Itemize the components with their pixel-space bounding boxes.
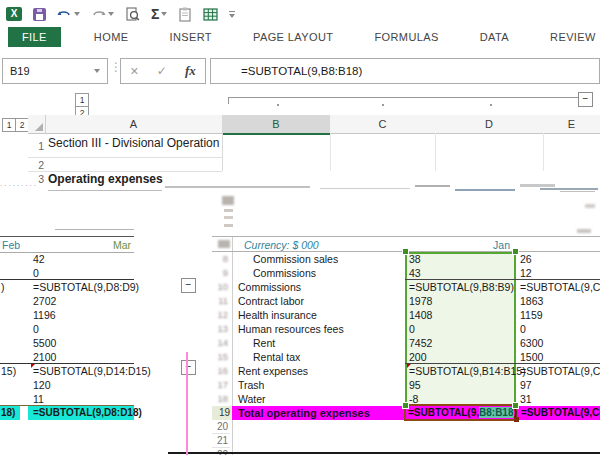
- excel-logo-icon[interactable]: X: [6, 7, 22, 21]
- column-header-c[interactable]: C: [330, 115, 436, 134]
- cell-c13[interactable]: 0: [520, 323, 600, 335]
- customize-qat-icon[interactable]: [229, 11, 235, 18]
- left-pane-cell[interactable]: 2100: [33, 351, 56, 363]
- tab-home[interactable]: HOME: [86, 27, 137, 47]
- clipboard-icon[interactable]: [178, 7, 192, 22]
- cell-b19-editing[interactable]: =SUBTOTAL(9,B8:B18): [404, 404, 517, 421]
- cell-b11[interactable]: 1978: [409, 295, 432, 307]
- left-pane-cell[interactable]: 42: [33, 253, 45, 265]
- left-pane-frag[interactable]: ): [1, 281, 5, 293]
- left-pane-frag[interactable]: 15): [1, 365, 16, 377]
- tab-page-layout[interactable]: PAGE LAYOUT: [245, 27, 341, 47]
- row-label[interactable]: Health insurance: [238, 309, 317, 321]
- left-pane-cell[interactable]: =SUBTOTAL(9,D8:D18): [33, 407, 142, 418]
- blur-artifact: .........: [0, 179, 38, 188]
- row-header-20[interactable]: 20: [212, 420, 230, 434]
- redo-icon[interactable]: [91, 8, 114, 21]
- enter-icon[interactable]: ✓: [157, 64, 167, 78]
- column-header-a[interactable]: A: [45, 115, 223, 134]
- cell-c16[interactable]: =SUBTOTAL(9,C14:C15): [520, 365, 600, 377]
- cell-c12[interactable]: 1159: [520, 309, 600, 321]
- cell-c19[interactable]: =SUBTOTAL(9,C8:C1: [521, 407, 600, 418]
- autosum-icon[interactable]: Σ: [151, 6, 167, 22]
- cell-c8[interactable]: 26: [520, 253, 600, 265]
- left-pane-cell[interactable]: 0: [33, 267, 39, 279]
- cell-b9[interactable]: 43: [409, 267, 421, 279]
- select-all-corner[interactable]: [28, 115, 46, 134]
- total-row-label[interactable]: Total operating expenses: [238, 407, 370, 419]
- left-pane-cell[interactable]: 2702: [33, 295, 56, 307]
- cell-a3[interactable]: Operating expenses: [48, 172, 448, 187]
- currency-header[interactable]: Currency: $ 000: [244, 239, 319, 251]
- left-pane-cell[interactable]: 5500: [33, 337, 56, 349]
- name-box-dropdown-icon[interactable]: [94, 69, 100, 73]
- row-label[interactable]: Commissions: [238, 281, 301, 293]
- row-label[interactable]: Water: [238, 393, 266, 405]
- cell-c17[interactable]: 97: [520, 379, 600, 391]
- row-outline-level-1[interactable]: 1: [2, 118, 16, 132]
- left-pane-cell[interactable]: =SUBTOTAL(9,D14:D15): [33, 365, 151, 377]
- row-label[interactable]: Trash: [238, 379, 264, 391]
- left-pane-feb-header[interactable]: Feb: [2, 239, 20, 251]
- tab-formulas[interactable]: FORMULAS: [366, 27, 446, 47]
- row-label[interactable]: Rental tax: [253, 351, 300, 363]
- cell-c15[interactable]: 1500: [520, 351, 600, 363]
- cell-b10[interactable]: =SUBTOTAL(9,B8:B9): [409, 281, 514, 293]
- row-header-blurred: 17: [212, 379, 228, 390]
- cell-b15[interactable]: 200: [409, 351, 427, 363]
- cell-c18[interactable]: 31: [520, 393, 600, 405]
- row-label[interactable]: Contract labor: [238, 295, 304, 307]
- row-group-collapse-rent[interactable]: −: [181, 360, 196, 375]
- row-header-19[interactable]: 19: [212, 406, 232, 420]
- row-header-21[interactable]: 21: [212, 434, 230, 448]
- cell-c14[interactable]: 6300: [520, 337, 600, 349]
- cell-c10[interactable]: =SUBTOTAL(9,C8:C9): [520, 281, 600, 293]
- column-header-d[interactable]: D: [435, 115, 544, 134]
- tab-insert[interactable]: INSERT: [161, 27, 220, 47]
- left-pane-cell[interactable]: =SUBTOTAL(9,D8:D9): [33, 281, 139, 293]
- row-label[interactable]: Rent: [253, 337, 275, 349]
- left-pane-cell[interactable]: 120: [33, 379, 51, 391]
- left-pane-mar-header[interactable]: Mar: [60, 239, 131, 251]
- cell-b16[interactable]: =SUBTOTAL(9,B14:B15): [409, 365, 526, 377]
- row-header-1[interactable]: 1: [28, 140, 44, 152]
- tab-data[interactable]: DATA: [472, 27, 517, 47]
- left-pane-cell[interactable]: 11: [33, 393, 44, 405]
- fill-handle[interactable]: [514, 417, 519, 422]
- name-box[interactable]: B19: [2, 58, 108, 84]
- left-pane-cell[interactable]: 1196: [33, 309, 56, 321]
- cell-b8[interactable]: 38: [409, 253, 421, 265]
- column-header-e[interactable]: E: [543, 115, 600, 134]
- row-outline-level-2[interactable]: 2: [15, 118, 29, 132]
- cell-b12[interactable]: 1408: [409, 309, 432, 321]
- col-outline-level-1[interactable]: 1: [75, 93, 89, 107]
- formula-input[interactable]: =SUBTOTAL(9,B8:B18): [210, 58, 600, 84]
- save-icon[interactable]: [33, 8, 46, 21]
- row-label[interactable]: Commissions: [253, 267, 316, 279]
- cell-c9[interactable]: 12: [520, 267, 600, 279]
- row-label[interactable]: Rent expenses: [238, 365, 308, 377]
- print-preview-icon[interactable]: [125, 7, 140, 22]
- cancel-icon[interactable]: ×: [130, 63, 138, 79]
- cell-b17[interactable]: 95: [409, 379, 421, 391]
- column-header-b[interactable]: B: [222, 115, 331, 135]
- row-group-collapse-commissions[interactable]: −: [181, 278, 196, 293]
- left-pane-frag[interactable]: 18): [1, 407, 15, 418]
- cell-b13[interactable]: 0: [409, 323, 415, 335]
- tab-review[interactable]: REVIEW: [542, 27, 600, 47]
- table-icon[interactable]: [203, 8, 218, 21]
- cell-a1[interactable]: Section III - Divisional Operation: [48, 136, 220, 153]
- insert-function-icon[interactable]: fx: [185, 63, 196, 79]
- undo-icon[interactable]: [57, 8, 80, 21]
- cell-c11[interactable]: 1863: [520, 295, 600, 307]
- jan-header[interactable]: Jan: [410, 239, 510, 251]
- tab-file[interactable]: FILE: [8, 27, 61, 47]
- row-label[interactable]: Commission sales: [253, 253, 338, 265]
- row-label[interactable]: Human resources fees: [238, 323, 344, 335]
- cell-b14[interactable]: 7452: [409, 337, 432, 349]
- column-group-collapse-button[interactable]: −: [578, 92, 593, 107]
- left-pane-cell[interactable]: 0: [33, 323, 39, 335]
- row-header-2[interactable]: 2: [28, 159, 44, 171]
- column-group-bracket: [228, 97, 578, 98]
- ribbon-tab-bar: FILEHOMEINSERTPAGE LAYOUTFORMULASDATAREV…: [8, 26, 600, 48]
